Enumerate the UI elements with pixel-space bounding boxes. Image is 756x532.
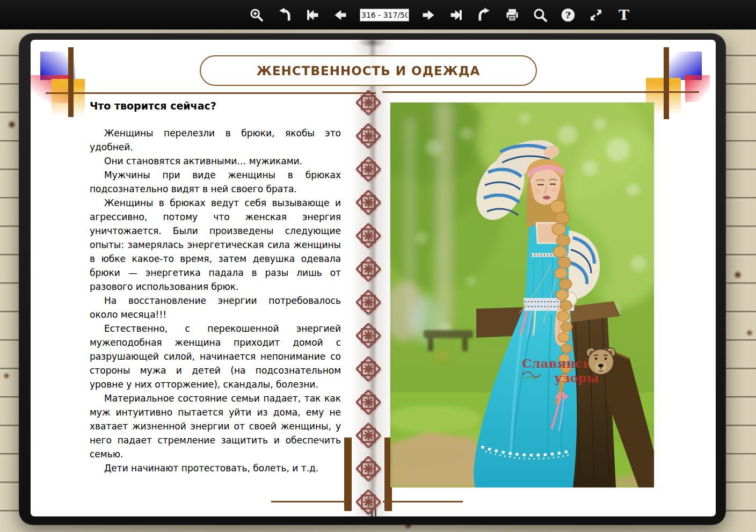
watermark-line2: узоры <box>554 370 599 385</box>
fullscreen-button[interactable] <box>587 6 605 24</box>
help-icon: ? <box>561 8 576 23</box>
paragraph: Мужчины при виде женщины в брюках подсоз… <box>90 168 341 196</box>
toolbar-buttons: ? T <box>248 6 633 24</box>
paragraph: Женщины в брюках ведут себя вызывающе и … <box>90 196 341 294</box>
paragraph: Материальное состояние семьи падает, так… <box>90 391 341 461</box>
decor-bar-top-right <box>664 47 669 119</box>
left-page-text: Что творится сейчас? Женщины перелезли в… <box>90 100 341 475</box>
decor-rule-bottom-right <box>383 501 463 502</box>
svg-text:T: T <box>619 8 629 23</box>
book-pages: ЖЕНСТВЕННОСТЬ И ОДЕЖДА Что творится сейч… <box>31 40 716 516</box>
slavic-star-ornament-icon <box>356 490 381 514</box>
decor-square-red-right <box>685 75 710 102</box>
paragraph: Естественно, с перекошенной энергией муж… <box>90 322 341 391</box>
next-page-icon <box>421 8 436 23</box>
slavic-star-ornament-icon <box>356 90 381 115</box>
decor-bar-bottom-left <box>344 438 352 511</box>
text-view-icon: T <box>616 8 631 23</box>
slavic-star-ornament-icon <box>356 290 381 315</box>
decor-rule-top-right <box>382 91 699 93</box>
decor-bar-top-left <box>68 47 74 117</box>
help-button[interactable]: ? <box>559 6 577 24</box>
paragraph: Они становятся активными… мужиками. <box>90 154 341 168</box>
first-page-button[interactable] <box>304 6 321 24</box>
paragraph: Дети начинают протестовать, болеть, и т.… <box>90 461 341 475</box>
slavic-star-ornament-icon <box>356 356 381 381</box>
flip-forward-icon <box>477 8 492 23</box>
print-icon <box>505 8 520 23</box>
spine-ornament-column <box>356 90 381 514</box>
slavic-star-ornament-icon <box>356 223 381 248</box>
slavic-star-ornament-icon <box>356 456 381 481</box>
chapter-title-box: ЖЕНСТВЕННОСТЬ И ОДЕЖДА <box>200 55 537 86</box>
slavic-star-ornament-icon <box>356 190 381 215</box>
paragraph: Женщины перелезли в брюки, якобы это удо… <box>90 126 341 154</box>
search-icon <box>533 8 548 23</box>
toolbar: ? T <box>0 0 756 30</box>
photo-woman-in-traditional-dress: Славянские узоры <box>390 103 654 487</box>
first-page-icon <box>305 8 320 23</box>
next-page-button[interactable] <box>420 6 437 24</box>
flip-back-icon <box>277 8 292 23</box>
prev-page-button[interactable] <box>332 6 349 24</box>
page-indicator-input[interactable] <box>360 9 409 21</box>
search-button[interactable] <box>532 6 549 24</box>
slavic-star-ornament-icon <box>356 323 381 348</box>
text-view-button[interactable]: T <box>615 6 633 24</box>
paragraphs: Женщины перелезли в брюки, якобы это удо… <box>90 126 341 475</box>
flip-forward-button[interactable] <box>476 6 493 24</box>
slavic-star-ornament-icon <box>356 390 381 414</box>
slavic-star-ornament-icon <box>356 123 381 148</box>
slavic-star-ornament-icon <box>356 257 381 281</box>
last-page-button[interactable] <box>448 6 465 24</box>
flip-back-button[interactable] <box>276 6 293 24</box>
section-heading: Что творится сейчас? <box>90 100 341 112</box>
zoom-in-icon <box>249 8 264 23</box>
fullscreen-icon <box>588 8 604 23</box>
book: ЖЕНСТВЕННОСТЬ И ОДЕЖДА Что творится сейч… <box>19 33 726 525</box>
slavic-star-ornament-icon <box>356 423 381 448</box>
decor-rule-bottom-left <box>271 501 346 502</box>
print-button[interactable] <box>504 6 521 24</box>
slavic-star-ornament-icon <box>356 157 381 181</box>
paragraph: На восстановление энергии потребовалось … <box>90 294 341 322</box>
svg-text:?: ? <box>565 10 571 20</box>
decor-rule-top-left <box>46 92 376 94</box>
last-page-icon <box>449 8 464 23</box>
prev-page-icon <box>333 8 348 23</box>
chapter-title: ЖЕНСТВЕННОСТЬ И ОДЕЖДА <box>257 64 481 78</box>
zoom-in-button[interactable] <box>248 6 265 24</box>
